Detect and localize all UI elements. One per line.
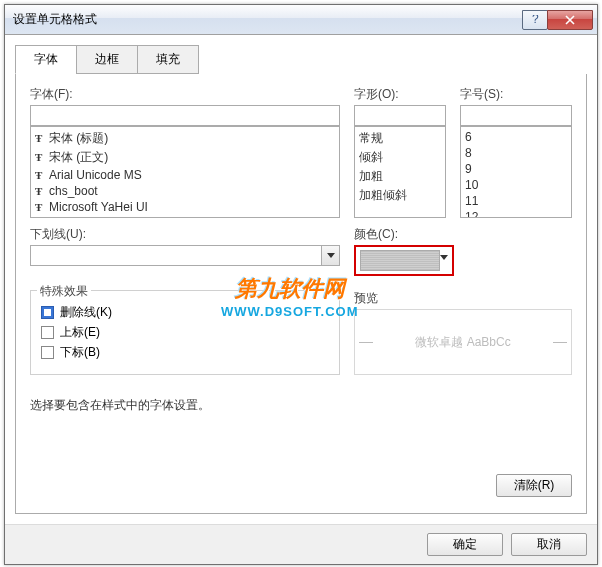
style-listbox[interactable]: 常规 倾斜 加粗 加粗倾斜 xyxy=(354,126,446,218)
titlebar: 设置单元格格式 ? xyxy=(5,5,597,35)
color-combo[interactable] xyxy=(360,250,448,271)
tab-border[interactable]: 边框 xyxy=(76,45,138,74)
tab-fill[interactable]: 填充 xyxy=(137,45,199,74)
checkbox-icon xyxy=(41,326,54,339)
label-preview: 预览 xyxy=(354,290,572,307)
list-item[interactable]: 12 xyxy=(461,209,571,218)
window-title: 设置单元格格式 xyxy=(13,11,523,28)
list-item: ŦSimSun-ExtB xyxy=(31,215,339,218)
close-button[interactable] xyxy=(547,10,593,30)
list-item[interactable]: 倾斜 xyxy=(355,148,445,167)
label-style: 字形(O): xyxy=(354,86,446,103)
checkbox-super[interactable]: 上标(E) xyxy=(41,324,329,341)
list-item[interactable]: 加粗 xyxy=(355,167,445,186)
list-item[interactable]: 加粗倾斜 xyxy=(355,186,445,205)
row-effects-preview: 特殊效果 删除线(K) 上标(E) 下标(B) 预览 xyxy=(30,290,572,375)
list-item[interactable]: 11 xyxy=(461,193,571,209)
svg-text:?: ? xyxy=(532,15,539,25)
underline-combo[interactable] xyxy=(30,245,340,266)
list-item: ŦMicrosoft YaHei UI xyxy=(31,199,339,215)
dialog-window: 设置单元格格式 ? 字体 边框 填充 字体(F): Ŧ宋体 (标题) Ŧ宋体 (… xyxy=(4,4,598,565)
list-item: Ŧ宋体 (正文) xyxy=(31,148,339,167)
list-item: ŦArial Unicode MS xyxy=(31,167,339,183)
color-swatch xyxy=(360,250,440,271)
help-button[interactable]: ? xyxy=(522,10,548,30)
size-listbox[interactable]: 6 8 9 10 11 12 xyxy=(460,126,572,218)
list-item[interactable]: 9 xyxy=(461,161,571,177)
label-color: 颜色(C): xyxy=(354,226,464,243)
font-input[interactable] xyxy=(30,105,340,126)
cancel-button[interactable]: 取消 xyxy=(511,533,587,556)
checkbox-strike[interactable]: 删除线(K) xyxy=(41,304,329,321)
list-item: Ŧchs_boot xyxy=(31,183,339,199)
list-item[interactable]: 8 xyxy=(461,145,571,161)
checkbox-icon xyxy=(41,346,54,359)
color-highlight-box xyxy=(354,245,454,276)
tabstrip: 字体 边框 填充 xyxy=(15,45,587,75)
row-underline-color: 下划线(U): 颜色(C): xyxy=(30,226,572,276)
row-font-style-size: 字体(F): Ŧ宋体 (标题) Ŧ宋体 (正文) ŦArial Unicode … xyxy=(30,86,572,218)
dialog-body: 字体 边框 填充 字体(F): Ŧ宋体 (标题) Ŧ宋体 (正文) ŦArial… xyxy=(5,35,597,524)
chevron-down-icon[interactable] xyxy=(322,245,340,266)
list-item[interactable]: 常规 xyxy=(355,129,445,148)
label-size: 字号(S): xyxy=(460,86,572,103)
checkbox-sub[interactable]: 下标(B) xyxy=(41,344,329,361)
list-item[interactable]: 10 xyxy=(461,177,571,193)
tab-panel: 字体(F): Ŧ宋体 (标题) Ŧ宋体 (正文) ŦArial Unicode … xyxy=(15,74,587,514)
list-item: Ŧ宋体 (标题) xyxy=(31,129,339,148)
style-input[interactable] xyxy=(354,105,446,126)
dialog-footer: 确定 取消 xyxy=(5,524,597,564)
label-underline: 下划线(U): xyxy=(30,226,340,243)
checkbox-icon xyxy=(41,306,54,319)
effects-group: 特殊效果 删除线(K) 上标(E) 下标(B) xyxy=(30,290,340,375)
font-listbox[interactable]: Ŧ宋体 (标题) Ŧ宋体 (正文) ŦArial Unicode MS Ŧchs… xyxy=(30,126,340,218)
size-input[interactable] xyxy=(460,105,572,126)
description-text: 选择要包含在样式中的字体设置。 xyxy=(30,397,572,414)
list-item[interactable]: 6 xyxy=(461,129,571,145)
label-font: 字体(F): xyxy=(30,86,340,103)
clear-button[interactable]: 清除(R) xyxy=(496,474,572,497)
tab-font[interactable]: 字体 xyxy=(15,45,77,74)
window-buttons: ? xyxy=(523,10,593,30)
ok-button[interactable]: 确定 xyxy=(427,533,503,556)
preview-text: 微软卓越 AaBbCc xyxy=(415,334,510,351)
preview-box: 微软卓越 AaBbCc xyxy=(354,309,572,375)
chevron-down-icon[interactable] xyxy=(440,250,448,271)
effects-legend: 特殊效果 xyxy=(37,283,91,300)
